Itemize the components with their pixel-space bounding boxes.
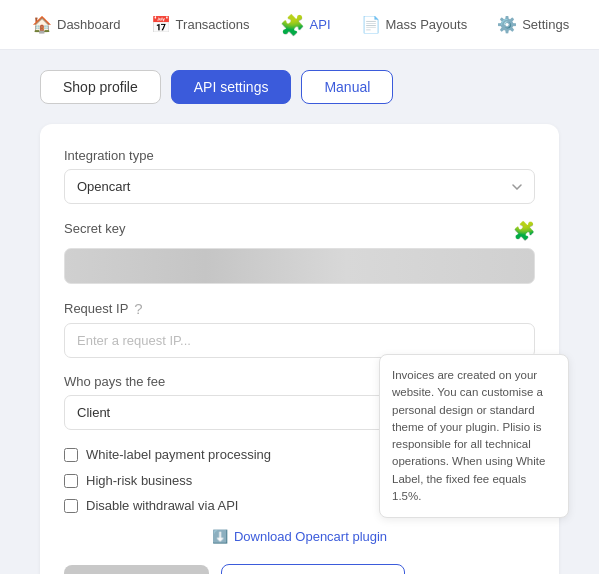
tab-manual[interactable]: Manual bbox=[301, 70, 393, 104]
nav-dashboard-label: Dashboard bbox=[57, 17, 121, 32]
secret-key-group: Secret key 🧩 bbox=[64, 220, 535, 284]
request-ip-input[interactable] bbox=[64, 323, 535, 358]
download-icon: ⬇️ bbox=[212, 529, 228, 544]
download-plugin-link[interactable]: ⬇️ Download Opencart plugin bbox=[64, 529, 535, 544]
nav-api[interactable]: 🧩 API bbox=[268, 7, 343, 43]
tab-api-settings[interactable]: API settings bbox=[171, 70, 292, 104]
request-ip-group: Request IP ? bbox=[64, 300, 535, 358]
checkbox-high-risk[interactable] bbox=[64, 474, 78, 488]
api-settings-card: Integration type Opencart Secret key 🧩 R… bbox=[40, 124, 559, 574]
secret-key-label: Secret key bbox=[64, 221, 125, 236]
form-button-row: Save changes 🧩 How to use plugin? bbox=[64, 564, 535, 574]
nav-mass-payouts-label: Mass Payouts bbox=[386, 17, 468, 32]
integration-type-select[interactable]: Opencart bbox=[64, 169, 535, 204]
copy-icon[interactable]: 🧩 bbox=[513, 220, 535, 242]
tab-row: Shop profile API settings Manual bbox=[40, 70, 559, 104]
checkbox-disable-withdrawal[interactable] bbox=[64, 499, 78, 513]
calendar-icon: 📅 bbox=[151, 17, 171, 33]
tab-shop-profile[interactable]: Shop profile bbox=[40, 70, 161, 104]
nav-mass-payouts[interactable]: 📄 Mass Payouts bbox=[349, 9, 480, 41]
nav-transactions[interactable]: 📅 Transactions bbox=[139, 9, 262, 41]
nav-dashboard[interactable]: 🏠 Dashboard bbox=[20, 9, 133, 41]
checkbox-high-risk-text: High-risk business bbox=[86, 473, 192, 488]
secret-key-bar bbox=[64, 248, 535, 284]
gear-icon: ⚙️ bbox=[497, 17, 517, 33]
integration-type-label: Integration type bbox=[64, 148, 535, 163]
top-navigation: 🏠 Dashboard 📅 Transactions 🧩 API 📄 Mass … bbox=[0, 0, 599, 50]
checkbox-disable-withdrawal-text: Disable withdrawal via API bbox=[86, 498, 238, 513]
tooltip-text: Invoices are created on your website. Yo… bbox=[392, 369, 545, 502]
puzzle-icon: 🧩 bbox=[280, 15, 305, 35]
tooltip-box: Invoices are created on your website. Yo… bbox=[379, 354, 569, 518]
document-icon: 📄 bbox=[361, 17, 381, 33]
checkbox-white-label[interactable] bbox=[64, 448, 78, 462]
home-icon: 🏠 bbox=[32, 17, 52, 33]
integration-type-group: Integration type Opencart bbox=[64, 148, 535, 204]
nav-settings[interactable]: ⚙️ Settings bbox=[485, 9, 581, 41]
page-content: Shop profile API settings Manual Integra… bbox=[0, 50, 599, 574]
nav-settings-label: Settings bbox=[522, 17, 569, 32]
request-ip-help-icon[interactable]: ? bbox=[134, 300, 142, 317]
nav-api-label: API bbox=[310, 17, 331, 32]
how-to-use-button[interactable]: 🧩 How to use plugin? bbox=[221, 564, 405, 574]
nav-transactions-label: Transactions bbox=[176, 17, 250, 32]
request-ip-label: Request IP ? bbox=[64, 300, 535, 317]
save-changes-button[interactable]: Save changes bbox=[64, 565, 209, 574]
checkbox-white-label-text: White-label payment processing bbox=[86, 447, 271, 462]
secret-key-header: Secret key 🧩 bbox=[64, 220, 535, 242]
